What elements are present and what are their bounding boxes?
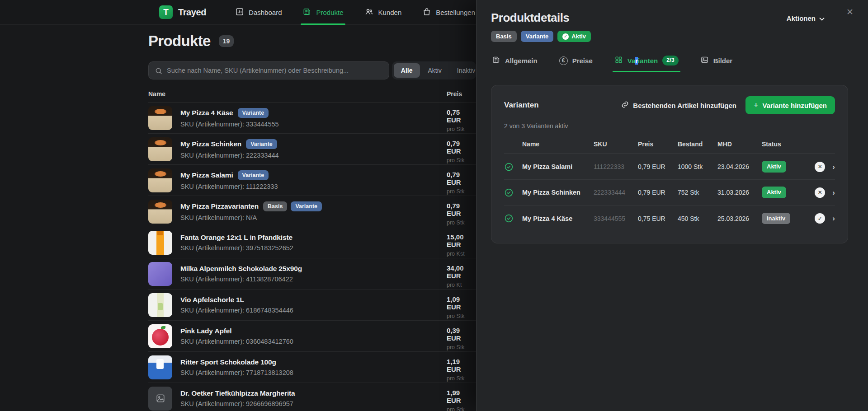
shopping-bag-icon (422, 7, 431, 18)
product-thumbnail (148, 231, 172, 255)
nav-item-label: Dashboard (249, 9, 282, 16)
variant-stock: 1000 Stk (678, 163, 717, 170)
product-sku: SKU (Artikelnummer): 6186748354446 (180, 307, 293, 314)
variant-table-body: My Pizza Salami 111222333 0,79 EUR 1000 … (504, 154, 835, 231)
add-existing-article-label: Bestehenden Artikel hinzufügen (633, 102, 736, 109)
filter-inaktiv[interactable]: Inaktiv (450, 63, 476, 78)
add-variant-label: Variante hinzufügen (762, 102, 827, 109)
product-price: 1,19 EUR (447, 358, 476, 373)
actions-dropdown-button[interactable]: Aktionen (787, 14, 825, 22)
tab-allgemein[interactable]: Allgemein (491, 52, 538, 72)
variants-subtitle: 2 von 3 Varianten aktiv (504, 122, 835, 130)
vcol-name: Name (522, 140, 594, 148)
product-sku: SKU (Artikelnummer): 111222333 (180, 183, 278, 190)
product-name: Dr. Oetker Tiefkühlpizza Margherita (180, 389, 295, 397)
variant-row[interactable]: My Pizza Salami 111222333 0,79 EUR 1000 … (504, 154, 835, 180)
variants-card: Varianten Bestehenden Artikel hinzufügen… (491, 85, 848, 243)
badge-basis: Basis (263, 201, 287, 211)
column-name: Name (148, 90, 165, 98)
product-row[interactable]: My Pizza Pizzavarianten BasisVariante SK… (148, 196, 476, 227)
product-thumbnail (148, 293, 172, 317)
deactivate-variant-button[interactable]: ✕ (815, 162, 825, 172)
check-circle-outline-icon (504, 188, 522, 197)
plus-icon: + (754, 101, 759, 110)
product-sku: SKU (Artikelnummer): 333444555 (180, 121, 279, 128)
product-sku: SKU (Artikelnummer): 4113828706422 (180, 276, 307, 283)
nav-item-dashboard[interactable]: Dashboard (235, 0, 282, 25)
nav-item-kunden[interactable]: Kunden (364, 0, 402, 25)
product-price-unit: pro Stk (447, 406, 476, 411)
product-price: 1,09 EUR (447, 295, 476, 311)
nav-item-label: Bestellungen (436, 9, 475, 16)
chevron-right-icon[interactable]: › (832, 189, 835, 196)
product-price-unit: pro Stk (447, 157, 476, 163)
product-row[interactable]: My Pizza Schinken Variante SKU (Artikeln… (148, 134, 476, 165)
product-sku: SKU (Artikelnummer): 0360483412760 (180, 338, 293, 345)
product-name: Vio Apfelschorle 1L (180, 296, 244, 304)
product-price-unit: pro Kst (447, 251, 476, 257)
add-existing-article-button[interactable]: Bestehenden Artikel hinzufügen (621, 101, 736, 110)
tab-varianten[interactable]: Varianten 2/3 (613, 52, 679, 72)
euro-icon: € (559, 56, 568, 65)
activate-variant-button[interactable]: ✓ (815, 213, 825, 224)
variant-sku: 333444555 (594, 215, 638, 222)
nav-item-label: Kunden (378, 9, 402, 16)
variant-status-badge: Aktiv (762, 187, 786, 198)
variant-mhd: 31.03.2026 (717, 189, 762, 196)
badge-variante: Variante (238, 170, 269, 180)
product-thumbnail (148, 137, 172, 161)
actions-label: Aktionen (787, 14, 816, 22)
product-row[interactable]: Pink Lady Apfel SKU (Artikelnummer): 036… (148, 321, 476, 352)
chevron-right-icon[interactable]: › (832, 163, 835, 171)
product-price-unit: pro Kt (447, 282, 476, 288)
bar-chart-icon (235, 7, 244, 18)
variant-sku: 111222333 (594, 163, 638, 170)
status-filter: Alle Aktiv Inaktiv (392, 61, 476, 79)
product-price: 1,99 EUR (447, 389, 476, 404)
product-row[interactable]: Ritter Sport Schokolade 100g SKU (Artike… (148, 352, 476, 383)
variant-row[interactable]: My Pizza Schinken 222333444 0,79 EUR 752… (504, 180, 835, 206)
product-row[interactable]: Dr. Oetker Tiefkühlpizza Margherita SKU … (148, 383, 476, 411)
variant-status-badge: Aktiv (762, 161, 786, 173)
product-row[interactable]: Vio Apfelschorle 1L SKU (Artikelnummer):… (148, 290, 476, 321)
product-sku: SKU (Artikelnummer): 3975183252652 (180, 244, 297, 252)
product-name: My Pizza 4 Käse (180, 109, 233, 117)
tab-label: Allgemein (505, 57, 538, 65)
variant-price: 0,75 EUR (638, 215, 678, 222)
filter-alle[interactable]: Alle (394, 63, 420, 78)
add-variant-button[interactable]: + Variante hinzufügen (745, 96, 835, 114)
nav-item-label: Produkte (316, 9, 343, 16)
nav-item-produkte[interactable]: Produkte (302, 0, 343, 25)
check-circle-outline-icon (504, 214, 522, 223)
product-name: My Pizza Pizzavarianten (180, 202, 259, 210)
chevron-right-icon[interactable]: › (832, 215, 835, 222)
product-thumbnail (148, 324, 172, 348)
product-row[interactable]: Fanta Orange 12x1 L in Pfandkiste SKU (A… (148, 227, 476, 258)
product-price: 0,39 EUR (447, 327, 476, 342)
brand-logo-icon: T (159, 5, 173, 19)
product-thumbnail (148, 262, 172, 286)
tab-preise[interactable]: € Preise (558, 52, 594, 72)
filter-aktiv[interactable]: Aktiv (421, 63, 449, 78)
product-thumbnail (148, 200, 172, 224)
variant-row[interactable]: My Pizza 4 Käse 333444555 0,75 EUR 450 S… (504, 206, 835, 231)
check-circle-icon: ✓ (562, 33, 569, 40)
product-price-unit: pro Stk (447, 126, 476, 132)
product-thumbnail (148, 168, 172, 192)
product-price-unit: pro Stk (447, 375, 476, 382)
brand-name: Trayed (178, 7, 206, 18)
product-price: 0,79 EUR (447, 140, 476, 155)
search-input[interactable] (149, 62, 389, 79)
brand[interactable]: T Trayed (159, 5, 206, 19)
tab-bilder[interactable]: Bilder (699, 52, 734, 72)
product-price: 34,00 EUR (447, 264, 476, 280)
product-row[interactable]: My Pizza 4 Käse Variante SKU (Artikelnum… (148, 103, 476, 134)
deactivate-variant-button[interactable]: ✕ (815, 187, 825, 198)
product-row[interactable]: My Pizza Salami Variante SKU (Artikelnum… (148, 165, 476, 196)
close-icon[interactable]: ✕ (844, 6, 855, 17)
product-badges: Variante (238, 108, 269, 118)
panel-badges: Basis Variante ✓ Aktiv (491, 31, 849, 42)
vcol-bestand: Bestand (678, 140, 717, 148)
vcol-mhd: MHD (717, 140, 762, 148)
product-row[interactable]: Milka Alpenmilch Schokolade 25x90g SKU (… (148, 258, 476, 290)
